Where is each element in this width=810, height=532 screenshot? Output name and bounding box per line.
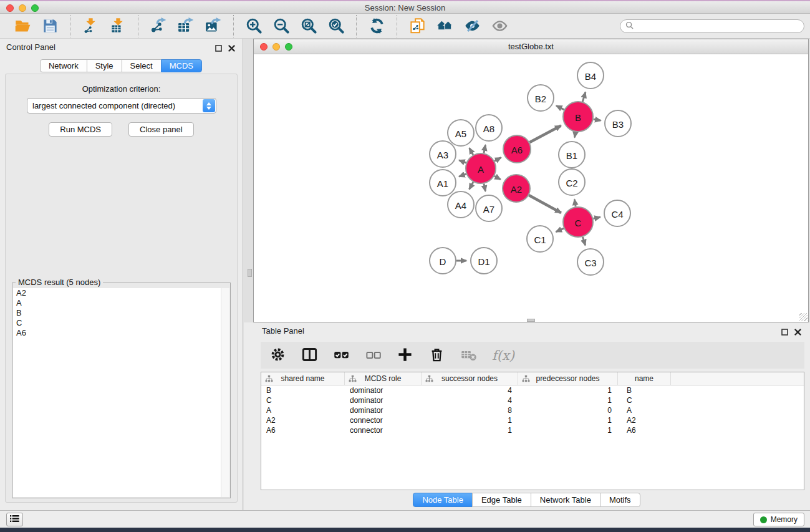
- graph-edge-A-A1[interactable]: [459, 174, 466, 177]
- result-item-A2[interactable]: A2: [13, 288, 229, 298]
- attribute-settings-button[interactable]: [269, 345, 286, 366]
- graph-node-C[interactable]: C: [563, 207, 593, 237]
- graph-node-C4[interactable]: C4: [604, 200, 630, 226]
- select-all-columns-button[interactable]: [333, 345, 350, 366]
- column-header-shared-name[interactable]: shared name: [261, 372, 345, 385]
- graph-edge-C-C4[interactable]: [593, 217, 600, 219]
- network-canvas[interactable]: B4B2BB3A5A8A6A3AB1A1C2A2A4A7C4CC1C3DD1: [254, 54, 808, 322]
- show-graphics-details-button[interactable]: [488, 16, 511, 37]
- graph-edge-C-C2[interactable]: [574, 200, 576, 207]
- graph-edge-A-A3[interactable]: [459, 160, 466, 163]
- graph-node-A6[interactable]: A6: [503, 135, 531, 163]
- graph-edge-C-C3[interactable]: [582, 237, 585, 245]
- task-history-button[interactable]: [6, 513, 23, 526]
- result-item-B[interactable]: B: [13, 308, 229, 318]
- run-mcds-button[interactable]: Run MCDS: [49, 122, 112, 137]
- import-network-button[interactable]: [79, 16, 102, 37]
- graph-node-A4[interactable]: A4: [448, 191, 474, 218]
- save-session-button[interactable]: [38, 16, 62, 37]
- hide-graphics-details-button[interactable]: [460, 16, 484, 37]
- result-item-C[interactable]: C: [13, 318, 229, 328]
- open-file-button[interactable]: [11, 16, 34, 37]
- graph-node-A3[interactable]: A3: [430, 141, 456, 167]
- tab-network[interactable]: Network: [40, 59, 87, 72]
- memory-button[interactable]: Memory: [753, 513, 804, 526]
- table-row-A6[interactable]: A6connector11A6: [261, 425, 804, 435]
- column-header-MCDS-role[interactable]: MCDS role: [345, 372, 422, 385]
- search-input[interactable]: [637, 21, 799, 31]
- close-panel-button[interactable]: Close panel: [128, 122, 194, 137]
- delete-column-button[interactable]: [428, 345, 445, 366]
- table-row-C[interactable]: Cdominator41C: [261, 395, 804, 405]
- graph-node-C2[interactable]: C2: [559, 169, 585, 195]
- window-resize-grip[interactable]: [799, 313, 808, 321]
- graph-node-A7[interactable]: A7: [476, 195, 502, 221]
- graph-edge-B-B2[interactable]: [556, 106, 564, 110]
- export-network-button[interactable]: [147, 16, 170, 37]
- graph-node-A2[interactable]: A2: [503, 175, 530, 202]
- tab-mcds[interactable]: MCDS: [161, 59, 202, 72]
- graph-edge-B-B1[interactable]: [575, 132, 576, 138]
- scroll-thumb-vertical[interactable]: [248, 269, 252, 277]
- graph-edge-A-A2[interactable]: [494, 176, 501, 180]
- graph-edge-A-A6[interactable]: [494, 158, 501, 162]
- graph-edge-A2-C[interactable]: [529, 195, 561, 213]
- tab-select[interactable]: Select: [122, 59, 162, 72]
- graph-node-A5[interactable]: A5: [448, 120, 474, 146]
- column-header-name[interactable]: name: [618, 372, 671, 385]
- tab-network-table[interactable]: Network Table: [531, 493, 600, 507]
- zoom-fit-button[interactable]: [297, 16, 321, 37]
- graph-node-B[interactable]: B: [563, 102, 593, 132]
- graph-node-B2[interactable]: B2: [528, 85, 554, 111]
- float-table-panel-icon[interactable]: [781, 327, 788, 338]
- export-table-button[interactable]: [174, 16, 198, 37]
- tab-style[interactable]: Style: [87, 59, 122, 72]
- graph-node-A8[interactable]: A8: [476, 115, 502, 141]
- refresh-network-button[interactable]: [365, 16, 388, 37]
- column-header-successor-nodes[interactable]: successor nodes: [422, 372, 518, 385]
- zoom-selected-button[interactable]: [324, 16, 348, 37]
- split-panel-button[interactable]: [301, 345, 318, 366]
- graph-node-A[interactable]: A: [466, 153, 496, 183]
- graph-edge-A-A7[interactable]: [484, 183, 485, 191]
- graph-node-B3[interactable]: B3: [605, 110, 631, 137]
- add-column-button[interactable]: [397, 345, 413, 366]
- zoom-out-button[interactable]: [269, 16, 293, 37]
- graph-node-C3[interactable]: C3: [577, 249, 604, 275]
- graph-edge-B-B3[interactable]: [594, 119, 601, 120]
- result-item-A[interactable]: A: [13, 298, 229, 308]
- zoom-in-button[interactable]: [242, 16, 266, 37]
- graph-edge-C-C1[interactable]: [556, 228, 564, 232]
- scroll-thumb-horizontal[interactable]: [527, 319, 535, 322]
- graph-node-B1[interactable]: B1: [559, 142, 585, 168]
- close-panel-icon[interactable]: [228, 43, 235, 54]
- table-row-B[interactable]: Bdominator41B: [261, 385, 804, 395]
- graph-edge-A-A5[interactable]: [470, 148, 473, 155]
- tab-node-table[interactable]: Node Table: [413, 493, 473, 507]
- tab-motifs[interactable]: Motifs: [600, 493, 640, 507]
- import-table-button[interactable]: [106, 16, 130, 37]
- home-view-button[interactable]: [433, 16, 456, 37]
- deselect-all-columns-button[interactable]: [365, 345, 382, 366]
- graph-node-C1[interactable]: C1: [527, 226, 553, 252]
- graph-node-D[interactable]: D: [430, 248, 456, 274]
- graph-edge-B-B4[interactable]: [582, 92, 586, 102]
- result-scrollbar[interactable]: [221, 288, 229, 497]
- table-row-A2[interactable]: A2connector11A2: [261, 415, 804, 425]
- graph-edge-A-A8[interactable]: [484, 145, 486, 153]
- column-header-predecessor-nodes[interactable]: predecessor nodes: [518, 372, 618, 385]
- export-image-button[interactable]: [201, 16, 225, 37]
- criterion-select[interactable]: largest connected component (directed): [27, 98, 216, 114]
- close-table-panel-icon[interactable]: [794, 327, 801, 338]
- graph-node-A1[interactable]: A1: [430, 170, 456, 196]
- graph-edge-A-A4[interactable]: [470, 182, 473, 190]
- network-window-titlebar[interactable]: testGlobe.txt: [254, 39, 808, 54]
- float-panel-icon[interactable]: [215, 43, 222, 54]
- table-row-A[interactable]: Adominator80A: [261, 405, 804, 415]
- result-item-A6[interactable]: A6: [13, 328, 229, 338]
- tab-edge-table[interactable]: Edge Table: [472, 493, 531, 507]
- graph-node-B4[interactable]: B4: [577, 62, 604, 89]
- graph-edge-A6-B[interactable]: [529, 126, 561, 143]
- clone-network-button[interactable]: [405, 16, 429, 37]
- graph-node-D1[interactable]: D1: [471, 248, 497, 274]
